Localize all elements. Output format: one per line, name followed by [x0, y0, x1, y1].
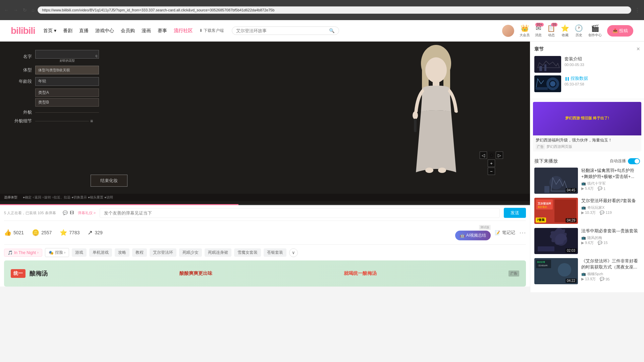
- home-button[interactable]: ⌂: [30, 7, 36, 13]
- upload-button[interactable]: 📤 投稿: [607, 25, 633, 37]
- sidebar-ad[interactable]: 梦幻西游 悟旧版 终于出了! 梦幻西游福利升级，强力伙伴，海量仙玉！ 广告 梦幻…: [533, 102, 641, 152]
- next-thumb-4: 真的好看 《艾尔登法环》 04:22: [534, 258, 578, 284]
- ad-label: 广告: [508, 270, 519, 277]
- danmaku-gift[interactable]: 弹幕礼仪 >: [78, 210, 96, 216]
- more-button[interactable]: ⋯: [519, 229, 526, 237]
- vip-icon-wrap[interactable]: 👑 大会员: [520, 24, 530, 38]
- author-icon-2: 📺: [581, 205, 586, 210]
- right-sidebar: 章节 × 套装介绍 00:00-05:33: [530, 42, 644, 292]
- music-tag[interactable]: 🎵 In The Night ›: [4, 249, 42, 257]
- nav-live[interactable]: 直播: [79, 28, 89, 34]
- history-icon-wrap[interactable]: 🕐 历史: [575, 24, 583, 38]
- next-info-3: 法爷中期必拿套装---贵族套装 📺 随风的梅 ▶ 9.6万 💬 15: [581, 228, 640, 254]
- nav-download[interactable]: ⬇ 下载客户端: [199, 28, 224, 34]
- tag-single[interactable]: 单机游戏: [89, 248, 112, 257]
- auto-play-toggle[interactable]: [628, 158, 640, 164]
- comment-icon-4: 💬: [600, 277, 604, 281]
- url-bar[interactable]: https://www.bilibili.com/video/BV1q1411y…: [38, 6, 631, 14]
- back-button[interactable]: ←: [3, 7, 10, 13]
- ad-brand: 统一: [11, 269, 25, 278]
- body-input[interactable]: 体型与类型B依关联: [35, 66, 99, 74]
- nav-special[interactable]: 流行社区: [174, 28, 193, 34]
- chapter-close-button[interactable]: ×: [636, 46, 640, 53]
- tag-tutorial[interactable]: 教程: [132, 248, 147, 257]
- svg-point-8: [438, 168, 446, 173]
- search-input[interactable]: [236, 28, 329, 33]
- tag-dress[interactable]: 死眠连身裙: [205, 248, 231, 257]
- tag-guide[interactable]: 攻略: [115, 248, 129, 257]
- body-row: 体型 体型与类型B依关联: [13, 66, 127, 74]
- character-figure: [399, 45, 473, 186]
- tag-sleep[interactable]: 死眠少女: [179, 248, 202, 257]
- expand-tags-button[interactable]: ∨: [289, 248, 298, 257]
- vip-label: 大会员: [520, 33, 530, 38]
- name-input-wrap: q 好听的花型: [35, 50, 99, 63]
- author-icon-4: 📺: [581, 272, 586, 276]
- notes-button[interactable]: 📝 笔记记: [495, 230, 515, 236]
- class-b-input[interactable]: 类型B: [35, 98, 99, 107]
- class-a-input[interactable]: 类型A: [35, 88, 99, 97]
- next-video-2[interactable]: 艾尔登法环 最好看的 7套装 04:29 艾尔登法环最好看的7套装备 📺 奇玩玩…: [534, 198, 640, 224]
- nav-left[interactable]: ◁: [480, 152, 487, 159]
- end-makeup-button[interactable]: 结束化妆: [91, 175, 127, 187]
- tag-snow[interactable]: 雪魔女套装: [234, 248, 261, 257]
- messages-label: 消息: [535, 33, 542, 38]
- reload-button[interactable]: ↻: [21, 7, 28, 13]
- danmaku-input[interactable]: [100, 208, 500, 218]
- share-action[interactable]: ↗ 329: [88, 229, 102, 236]
- face-tag[interactable]: 🎭 捏脸 ›: [45, 248, 69, 257]
- action-bar: 👍 5021 🪙 2557 ⭐ 7783 ↗ 329 测试版: [4, 221, 526, 245]
- zoom-out[interactable]: −: [488, 168, 495, 175]
- next-duration-2: 04:29: [566, 218, 577, 223]
- dynamic-icon-wrap[interactable]: 📋 99 动态: [547, 24, 555, 38]
- video-container[interactable]: 名字 q 好听的花型 体型 体型与类型B依关联: [0, 42, 530, 205]
- nav-right[interactable]: ▷: [496, 152, 503, 159]
- auto-play-wrap: 自动连播: [610, 158, 640, 164]
- danmaku-icon-2[interactable]: 🎞: [70, 210, 74, 215]
- send-button[interactable]: 发送: [504, 208, 526, 218]
- ai-summary-button[interactable]: 🤖 AI视频总结: [455, 231, 491, 240]
- age-input[interactable]: 年轻: [35, 77, 99, 86]
- avatar[interactable]: [502, 25, 514, 37]
- site-logo[interactable]: bilibili: [11, 25, 35, 36]
- favorite-action[interactable]: ⭐ 7783: [60, 229, 79, 236]
- tag-elden[interactable]: 艾尔登法环: [150, 248, 176, 257]
- nav-esports[interactable]: 赛事: [158, 28, 167, 34]
- svg-point-3: [425, 57, 447, 83]
- nav-game[interactable]: 游戏中心: [95, 28, 114, 34]
- messages-badge: 99+: [535, 23, 544, 26]
- favorites-icon-wrap[interactable]: ⭐ 收藏: [561, 24, 569, 38]
- messages-icon-wrap[interactable]: ✉ 99+ 消息: [535, 24, 542, 38]
- coin-action[interactable]: 🪙 2557: [32, 229, 52, 236]
- comments-1: 💬 1: [598, 186, 605, 191]
- char-form-overlay: 名字 q 好听的花型 体型 体型与类型B依关联: [13, 50, 127, 127]
- like-action[interactable]: 👍 5021: [4, 229, 24, 236]
- viewers-info: 5 人正在看，已装填 105 条弹幕: [4, 210, 56, 216]
- chapter-item-2[interactable]: ▐▐ 捏脸数据 05:33-07:58: [534, 75, 640, 92]
- create-icon-wrap[interactable]: 🎬 创作中心: [588, 24, 602, 38]
- progress-track[interactable]: [0, 204, 530, 205]
- next-video-1[interactable]: 04:45 轻翻滚+猛禽黑羽+勾爪护符+舞娘护符+极敏+雷击斩+... 📺 线代…: [534, 168, 640, 194]
- next-video-4[interactable]: 真的好看 《艾尔登法环》 04:22 《艾尔登法环》三件非常好看的时装获取方式（…: [534, 258, 640, 284]
- danmaku-icon-1[interactable]: 💬: [63, 210, 68, 215]
- chapter-item-1[interactable]: 套装介绍 00:00-05:33: [534, 56, 640, 73]
- svg-text:艾尔登法环: 艾尔登法环: [538, 202, 551, 205]
- forward-button[interactable]: →: [12, 7, 19, 13]
- nav-manga[interactable]: 漫画: [142, 28, 151, 34]
- zoom-in[interactable]: +: [488, 160, 495, 167]
- auto-play-label: 自动连播: [610, 158, 626, 164]
- action-right: 测试版 🤖 AI视频总结 📝 笔记记 ⋯: [455, 225, 526, 240]
- search-button[interactable]: 🔍: [329, 28, 335, 33]
- next-video-3[interactable]: 02:03 法爷中期必拿套装---贵族套装 📺 随风的梅 ▶ 9.6万: [534, 228, 640, 254]
- tag-game[interactable]: 游戏: [72, 248, 87, 257]
- nav-home[interactable]: 首页 ▾: [43, 28, 56, 34]
- extensions-button[interactable]: ⋮: [633, 6, 641, 14]
- tag-silver[interactable]: 苍银套装: [264, 248, 286, 257]
- name-input[interactable]: q: [35, 50, 99, 59]
- class-b-wrap: 类型B: [35, 98, 127, 107]
- view-icon-4: ▶: [581, 277, 584, 281]
- ad-banner[interactable]: 统一 酸梅汤 酸酸爽爽更出味 就喝统一酸梅汤 广告: [4, 260, 526, 287]
- nav-mall[interactable]: 会员购: [121, 28, 135, 34]
- vip-icon: 👑: [521, 24, 529, 32]
- nav-anime[interactable]: 番剧: [63, 28, 72, 34]
